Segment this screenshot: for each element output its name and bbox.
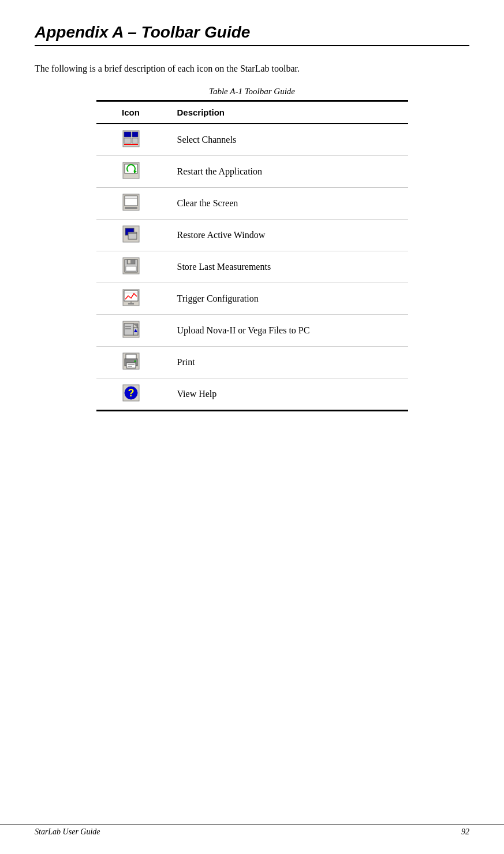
toolbar-table: Icon Description Select Channels Restart… <box>96 100 408 411</box>
svg-point-38 <box>134 361 136 362</box>
table-row: Upload Nova-II or Vega Files to PC <box>96 315 408 347</box>
store-last-measurements-icon <box>96 251 166 283</box>
table-row: Clear the Screen <box>96 188 408 220</box>
svg-rect-10 <box>125 196 137 206</box>
svg-rect-1 <box>124 132 131 137</box>
restore-active-window-icon <box>96 220 166 251</box>
table-row: Print <box>96 347 408 378</box>
svg-text:?: ? <box>128 387 134 399</box>
table-cell-description: Restore Active Window <box>166 220 408 251</box>
svg-rect-2 <box>132 132 138 137</box>
description-column-header: Description <box>166 101 408 124</box>
table-cell-description: Select Channels <box>166 124 408 156</box>
table-row: ? View Help <box>96 378 408 411</box>
svg-rect-37 <box>126 363 136 368</box>
select-channels-icon <box>96 124 166 156</box>
table-row: Restart the Application <box>96 156 408 188</box>
table-cell-description: Store Last Measurements <box>166 251 408 283</box>
trigger-configuration-icon <box>96 283 166 315</box>
restart-application-icon <box>96 156 166 188</box>
table-cell-description: Print <box>166 347 408 378</box>
svg-rect-26 <box>128 303 134 305</box>
upload-nova-vega-icon <box>96 315 166 347</box>
table-header-row: Icon Description <box>96 101 408 124</box>
table-row: Trigger Configuration <box>96 283 408 315</box>
table-row: Select Channels <box>96 124 408 156</box>
table-cell-description: Restart the Application <box>166 156 408 188</box>
svg-rect-20 <box>128 260 130 263</box>
svg-rect-21 <box>126 266 136 271</box>
view-help-icon: ? <box>96 378 166 411</box>
table-row: Store Last Measurements <box>96 251 408 283</box>
table-row: Restore Active Window <box>96 220 408 251</box>
clear-screen-icon <box>96 188 166 220</box>
page-footer: StarLab User Guide 92 <box>0 825 504 837</box>
svg-rect-28 <box>124 324 133 335</box>
svg-rect-4 <box>132 138 138 143</box>
print-icon <box>96 347 166 378</box>
table-cell-description: View Help <box>166 378 408 411</box>
footer-right: 92 <box>461 825 469 837</box>
page-title: Appendix A – Toolbar Guide <box>35 23 469 46</box>
table-caption: Table A-1 Toolbar Guide <box>35 87 469 96</box>
svg-rect-12 <box>125 207 137 209</box>
table-cell-description: Upload Nova-II or Vega Files to PC <box>166 315 408 347</box>
footer-left: StarLab User Guide <box>35 825 100 837</box>
svg-rect-3 <box>124 138 131 143</box>
intro-text: The following is a brief description of … <box>35 64 469 74</box>
table-cell-description: Trigger Configuration <box>166 283 408 315</box>
table-cell-description: Clear the Screen <box>166 188 408 220</box>
icon-column-header: Icon <box>96 101 166 124</box>
